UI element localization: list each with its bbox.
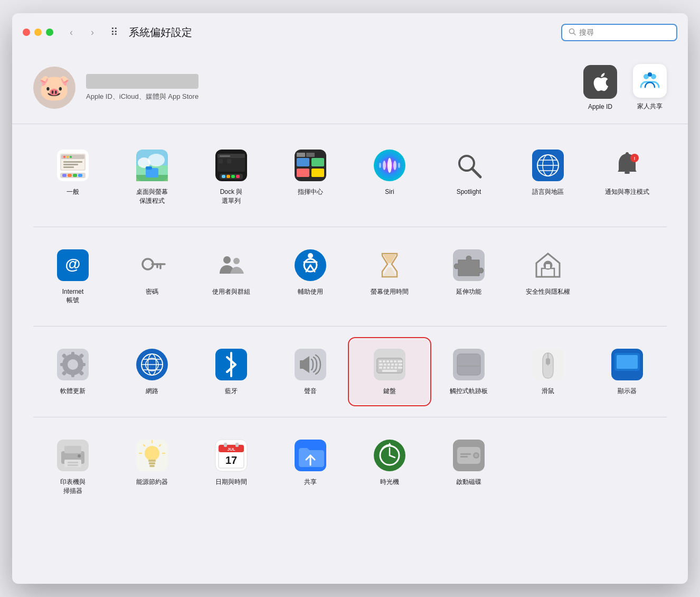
users-label: 使用者與群組 [212, 287, 250, 296]
svg-point-90 [68, 359, 78, 370]
svg-rect-37 [231, 175, 235, 178]
sharing-item[interactable]: 共享 [271, 430, 350, 504]
bluetooth-item[interactable]: 藍牙 [192, 339, 271, 404]
svg-rect-69 [136, 249, 168, 281]
forward-button[interactable]: › [85, 25, 100, 40]
extensions-label: 延伸功能 [456, 287, 481, 296]
svg-rect-136 [546, 358, 550, 365]
accessibility-item[interactable]: 輔助使用 [271, 240, 350, 314]
search-box[interactable] [561, 24, 677, 41]
notification-item[interactable]: ! 通知與專注模式 [588, 140, 667, 214]
maximize-button[interactable] [46, 29, 53, 36]
svg-rect-93 [60, 363, 65, 366]
display-label: 顯示器 [618, 387, 637, 396]
svg-rect-140 [624, 371, 630, 374]
desktop-icon [135, 148, 169, 182]
svg-rect-45 [306, 153, 315, 157]
language-item[interactable]: 語言與地區 [508, 140, 588, 214]
siri-label: Siri [385, 188, 394, 197]
svg-text:JUL: JUL [227, 447, 235, 452]
svg-point-11 [70, 156, 72, 158]
trackpad-icon [452, 348, 486, 381]
dock-item[interactable]: Dock 與 選單列 [192, 140, 271, 214]
language-icon [531, 148, 565, 182]
svg-rect-128 [394, 367, 397, 369]
svg-point-75 [223, 256, 231, 264]
sound-item[interactable]: 聲音 [271, 339, 350, 404]
printer-item[interactable]: 印表機與 掃描器 [33, 430, 112, 504]
mouse-item[interactable]: 滑鼠 [508, 339, 588, 404]
energy-item[interactable]: 能源節約器 [112, 430, 192, 504]
svg-rect-119 [384, 363, 386, 366]
svg-point-76 [233, 258, 240, 264]
profile-name [86, 74, 198, 89]
svg-text:17: 17 [225, 454, 237, 466]
keyboard-item[interactable]: 鍵盤 [350, 339, 429, 404]
notification-icon: ! [610, 148, 644, 182]
apple-id-item[interactable]: Apple ID [583, 65, 617, 110]
minimize-button[interactable] [34, 29, 42, 36]
svg-rect-177 [460, 453, 471, 455]
svg-line-156 [144, 445, 145, 446]
svg-rect-127 [391, 367, 393, 369]
spotlight-icon [452, 148, 486, 182]
family-label: 家人共享 [637, 102, 663, 111]
trackpad-item[interactable]: 觸控式軌跡板 [429, 339, 508, 404]
general-item[interactable]: 一般 [33, 140, 112, 214]
timemachine-item[interactable]: 時光機 [350, 430, 429, 504]
network-item[interactable]: 網路 [112, 339, 192, 404]
window-title: 系統偏好設定 [129, 25, 555, 40]
screentime-label: 螢幕使用時間 [371, 287, 409, 296]
password-item[interactable]: 密碼 [112, 240, 192, 314]
svg-rect-147 [68, 464, 78, 466]
security-item[interactable]: 安全性與隱私權 [508, 240, 588, 314]
svg-point-49 [393, 161, 396, 170]
svg-rect-12 [63, 161, 82, 163]
users-icon [214, 248, 248, 282]
mouse-label: 滑鼠 [542, 387, 554, 396]
svg-rect-178 [460, 456, 468, 458]
datetime-icon: JUL 17 [214, 439, 248, 472]
screentime-item[interactable]: 螢幕使用時間 [350, 240, 429, 314]
mission-item[interactable]: 指揮中心 [271, 140, 350, 214]
general-label: 一般 [67, 188, 79, 197]
internet-item[interactable]: @ Internet 帳號 [33, 240, 112, 314]
startup-label: 啟動磁碟 [456, 478, 481, 487]
software-item[interactable]: 軟體更新 [33, 339, 112, 404]
svg-rect-109 [300, 360, 304, 369]
datetime-item[interactable]: JUL 17 日期與時間 [192, 430, 271, 504]
profile-left: 🐷 Apple ID、iCloud、媒體與 App Store [33, 67, 198, 109]
avatar[interactable]: 🐷 [33, 67, 75, 109]
search-input[interactable] [579, 28, 669, 36]
svg-rect-117 [398, 360, 402, 362]
svg-rect-35 [222, 175, 225, 178]
desktop-item[interactable]: 桌面與螢幕 保護程式 [112, 140, 192, 214]
spotlight-item[interactable]: Spotlight [429, 140, 508, 214]
svg-rect-152 [149, 462, 155, 464]
siri-item[interactable]: Siri [350, 140, 429, 214]
users-item[interactable]: 使用者與群組 [192, 240, 271, 314]
startup-icon [452, 439, 486, 472]
profile-info: Apple ID、iCloud、媒體與 App Store [86, 74, 198, 101]
svg-rect-13 [63, 164, 78, 165]
svg-line-155 [159, 445, 160, 446]
startup-item[interactable]: 啟動磁碟 [429, 430, 508, 504]
back-button[interactable]: ‹ [64, 25, 79, 40]
accessibility-icon [294, 248, 327, 282]
close-button[interactable] [23, 29, 30, 36]
svg-point-150 [145, 446, 159, 461]
keyboard-icon [373, 348, 406, 381]
svg-rect-164 [235, 443, 239, 447]
svg-text:!: ! [634, 156, 636, 161]
svg-rect-126 [387, 367, 390, 369]
extensions-item[interactable]: 延伸功能 [429, 240, 508, 314]
display-item[interactable]: 顯示器 [588, 339, 667, 404]
svg-rect-125 [383, 367, 386, 369]
svg-point-148 [78, 454, 81, 458]
svg-rect-63 [625, 172, 630, 174]
family-sharing-item[interactable]: 家人共享 [633, 64, 667, 111]
svg-rect-40 [297, 158, 309, 166]
svg-rect-113 [383, 360, 385, 362]
svg-rect-74 [215, 249, 247, 281]
svg-rect-139 [617, 355, 638, 369]
